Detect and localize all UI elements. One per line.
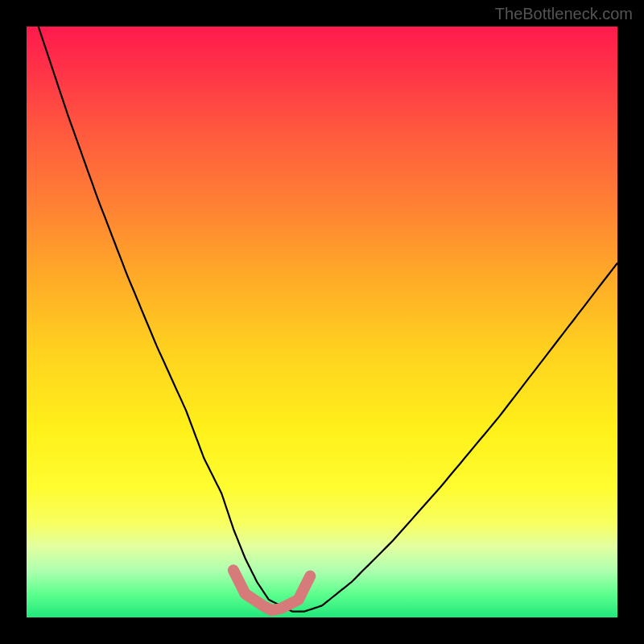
flat-region-highlight	[233, 570, 310, 610]
chart-svg	[27, 27, 617, 617]
plot-area	[27, 27, 617, 617]
watermark-text: TheBottleneck.com	[495, 5, 633, 23]
bottleneck-curve	[39, 27, 617, 612]
